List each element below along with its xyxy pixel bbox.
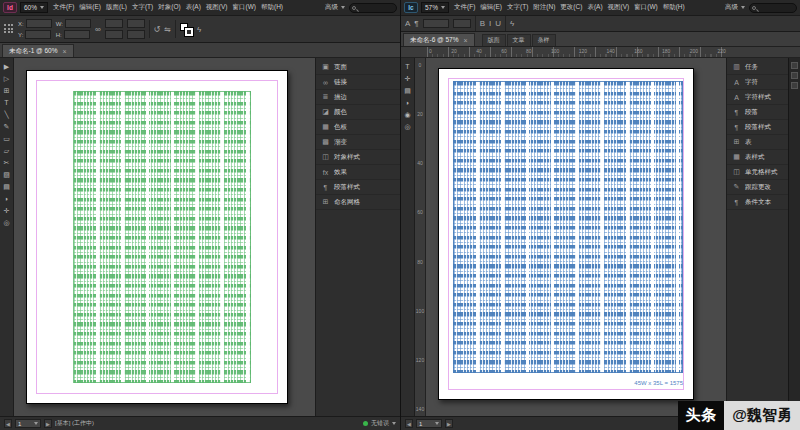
panel-button[interactable]: ▩ 渐变 xyxy=(316,135,400,150)
tool-button[interactable]: ✛ xyxy=(402,73,414,84)
menu-item[interactable]: 文件(F) xyxy=(452,3,477,12)
tool-button[interactable]: ◎ xyxy=(1,217,13,228)
menu-item[interactable]: 编辑(E) xyxy=(77,3,103,12)
next-page-button[interactable]: ▶ xyxy=(44,419,52,428)
panel-button[interactable]: A 字符样式 xyxy=(727,90,788,105)
menu-item[interactable]: 版面(L) xyxy=(104,3,129,12)
preflight-status[interactable]: 无错误 xyxy=(371,419,389,428)
collapsed-dock-strip[interactable] xyxy=(788,58,800,416)
document-tab[interactable]: 未命名-1 @ 60% × xyxy=(2,44,74,57)
panel-button[interactable]: ≣ 描边 xyxy=(316,90,400,105)
first-page-button[interactable]: ◀ xyxy=(405,419,413,428)
menu-item[interactable]: 窗口(W) xyxy=(632,3,659,12)
panel-button[interactable]: fx 效果 xyxy=(316,165,400,180)
underline-icon[interactable]: U xyxy=(495,19,501,28)
stroke-swatch[interactable] xyxy=(185,28,193,36)
view-tab[interactable]: 文章 xyxy=(507,34,531,46)
view-tab[interactable]: 版面 xyxy=(482,34,506,46)
menu-item[interactable]: 文字(T) xyxy=(505,3,530,12)
menu-item[interactable]: 附注(N) xyxy=(531,3,557,12)
workspace-switcher[interactable]: 高级 xyxy=(325,3,345,12)
tool-button[interactable]: ◗ xyxy=(1,193,13,204)
y-field[interactable] xyxy=(25,30,51,39)
collapsed-panel-icon[interactable] xyxy=(791,72,798,79)
page-number-field[interactable]: 1 xyxy=(15,419,41,428)
panel-button[interactable]: ¶ 段落样式 xyxy=(727,120,788,135)
panel-button[interactable]: ▣ 页面 xyxy=(316,60,400,75)
font-family-field[interactable] xyxy=(423,19,449,28)
quick-apply-icon[interactable]: ϟ xyxy=(510,19,514,28)
menu-item[interactable]: 文件(F) xyxy=(51,3,76,12)
paragraph-formatting-icon[interactable]: ¶ xyxy=(414,19,418,28)
menu-item[interactable]: 视图(V) xyxy=(606,3,632,12)
search-input[interactable] xyxy=(749,3,797,13)
tool-button[interactable]: ✎ xyxy=(1,121,13,132)
panel-button[interactable]: ⊞ 表 xyxy=(727,135,788,150)
italic-icon[interactable]: I xyxy=(489,19,491,28)
panel-button[interactable]: A 字符 xyxy=(727,75,788,90)
workspace-switcher[interactable]: 高级 xyxy=(725,3,745,12)
tool-button[interactable]: ▨ xyxy=(1,169,13,180)
close-icon[interactable]: × xyxy=(63,48,67,55)
menu-item[interactable]: 更改(C) xyxy=(558,3,584,12)
panel-button[interactable]: ¶ 条件文本 xyxy=(727,195,788,210)
reference-point-widget[interactable] xyxy=(4,24,14,34)
scale-x-field[interactable] xyxy=(105,19,123,28)
document-page[interactable] xyxy=(26,70,288,404)
panel-button[interactable]: ✎ 跟踪更改 xyxy=(727,180,788,195)
x-field[interactable] xyxy=(26,19,52,28)
document-tab[interactable]: 未命名-6 @ 57% × xyxy=(403,33,475,46)
panel-button[interactable]: ¶ 段落 xyxy=(727,105,788,120)
menu-item[interactable]: 帮助(H) xyxy=(259,3,285,12)
menu-item[interactable]: 窗口(W) xyxy=(231,3,258,12)
quick-apply-icon[interactable]: ϟ xyxy=(197,25,201,34)
collapsed-panel-icon[interactable] xyxy=(791,62,798,69)
zoom-dropdown[interactable]: 60% xyxy=(20,2,48,13)
zoom-dropdown[interactable]: 57% xyxy=(421,2,449,13)
first-page-button[interactable]: ◀ xyxy=(4,419,12,428)
close-icon[interactable]: × xyxy=(464,37,468,44)
bold-icon[interactable]: B xyxy=(480,19,485,28)
menu-item[interactable]: 视图(V) xyxy=(204,3,230,12)
menu-item[interactable]: 帮助(H) xyxy=(661,3,687,12)
menu-item[interactable]: 表(A) xyxy=(184,3,203,12)
scale-y-field[interactable] xyxy=(105,30,123,39)
view-tab[interactable]: 条样 xyxy=(532,34,556,46)
panel-button[interactable]: ⊞ 命名网格 xyxy=(316,195,400,210)
incopy-canvas[interactable]: 45W x 35L = 1575 xyxy=(426,58,726,416)
page-number-field[interactable]: 1 xyxy=(416,419,442,428)
search-input[interactable] xyxy=(349,3,397,13)
panel-button[interactable]: ◫ 单元格样式 xyxy=(727,165,788,180)
constrain-proportions-icon[interactable]: ∞ xyxy=(95,25,101,34)
tool-button[interactable]: ╲ xyxy=(1,109,13,120)
tool-button[interactable]: ✂ xyxy=(1,157,13,168)
tool-button[interactable]: ✛ xyxy=(1,205,13,216)
panel-button[interactable]: ¶ 段落样式 xyxy=(316,180,400,195)
tool-button[interactable]: ▤ xyxy=(1,181,13,192)
collapsed-panel-icon[interactable] xyxy=(791,82,798,89)
document-page[interactable]: 45W x 35L = 1575 xyxy=(438,68,694,400)
tool-button[interactable]: ▷ xyxy=(1,73,13,84)
preflight-profile[interactable]: [基本] (工作中) xyxy=(55,419,94,428)
font-size-field[interactable] xyxy=(453,19,471,28)
panel-button[interactable]: ∞ 链接 xyxy=(316,75,400,90)
menu-item[interactable]: 文字(T) xyxy=(130,3,155,12)
indesign-canvas[interactable] xyxy=(14,58,315,416)
tool-button[interactable]: ▱ xyxy=(1,145,13,156)
tool-button[interactable]: T xyxy=(402,61,414,72)
panel-button[interactable]: ▦ 色板 xyxy=(316,120,400,135)
panel-button[interactable]: ▦ 表样式 xyxy=(727,150,788,165)
flip-horizontal-icon[interactable]: ⇋ xyxy=(164,25,171,34)
tool-button[interactable]: ▶ xyxy=(1,61,13,72)
rotation-field[interactable] xyxy=(127,19,145,28)
tool-button[interactable]: ▤ xyxy=(402,85,414,96)
width-field[interactable] xyxy=(65,19,91,28)
tool-button[interactable]: ◎ xyxy=(402,121,414,132)
rotate-90-icon[interactable]: ↺ xyxy=(154,25,161,34)
menu-item[interactable]: 表(A) xyxy=(585,3,604,12)
character-formatting-icon[interactable]: A xyxy=(405,19,410,28)
shear-field[interactable] xyxy=(127,30,145,39)
tool-button[interactable]: T xyxy=(1,97,13,108)
tool-button[interactable]: ◉ xyxy=(402,109,414,120)
height-field[interactable] xyxy=(64,30,90,39)
